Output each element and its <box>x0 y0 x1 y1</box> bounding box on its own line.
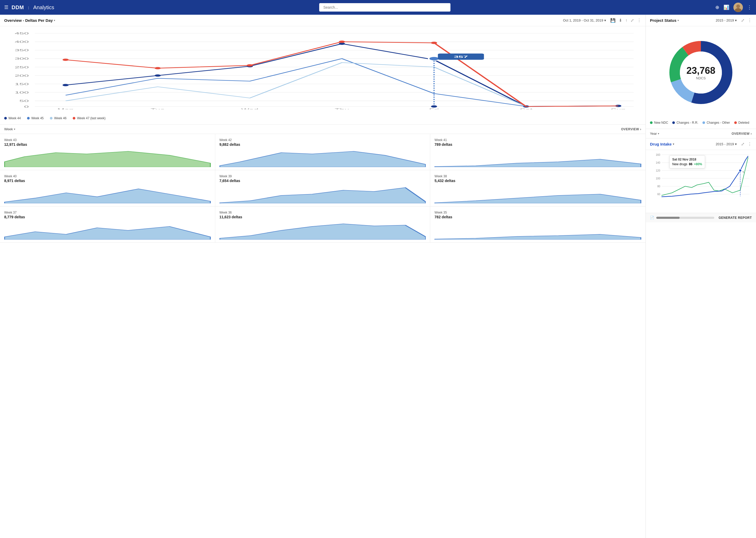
drug-intake-date[interactable]: 2015 - 2019 ▾ <box>716 142 737 146</box>
legend-changes-other: Changes - Other <box>702 121 730 125</box>
mini-chart-week37-title: Week 37 <box>4 211 211 214</box>
project-more-icon[interactable]: ⋮ <box>748 18 752 23</box>
download-icon[interactable]: ⬇ <box>619 18 622 23</box>
svg-text:Mon: Mon <box>58 108 74 109</box>
year-selector[interactable]: Year ▾ <box>650 132 659 135</box>
share-icon[interactable]: ↑ <box>625 18 627 23</box>
drug-expand-icon[interactable]: ⤢ <box>741 141 744 146</box>
legend-week46: Week 46 <box>50 116 67 120</box>
year-overview-link[interactable]: OVERVIEW › <box>732 132 752 135</box>
project-status-date[interactable]: 2015 - 2019 ▾ <box>716 19 737 22</box>
more-icon[interactable]: ⋮ <box>637 18 641 23</box>
mini-chart-week36[interactable]: Week 36 11,623 deltas <box>215 206 431 243</box>
drug-intake-dropdown-arrow: ▾ <box>673 143 674 145</box>
project-status-actions: ⤢ ⋮ <box>741 18 752 23</box>
mini-chart-week41-svg <box>435 149 641 167</box>
save-icon[interactable]: 💾 <box>610 18 616 23</box>
svg-text:400: 400 <box>15 40 29 43</box>
donut-value: 23,768 <box>686 65 715 76</box>
mini-chart-week39[interactable]: Week 39 7,654 deltas <box>215 170 431 206</box>
report-progress-bar <box>656 217 714 219</box>
mini-chart-week41[interactable]: Week 41 789 deltas <box>430 134 645 170</box>
svg-text:Tue: Tue <box>151 108 165 109</box>
svg-text:300: 300 <box>15 57 29 60</box>
mini-chart-week41-title: Week 41 <box>435 138 641 142</box>
svg-marker-50 <box>4 189 211 203</box>
svg-marker-52 <box>435 194 641 203</box>
svg-text:60: 60 <box>657 193 660 196</box>
avatar[interactable] <box>733 3 743 12</box>
overview-link[interactable]: OVERVIEW › <box>621 128 641 131</box>
svg-text:140: 140 <box>656 161 660 164</box>
mini-chart-week41-value: 789 deltas <box>435 142 641 146</box>
search-input[interactable] <box>319 3 450 12</box>
svg-text:Fri: Fri <box>429 108 439 109</box>
mini-chart-week40[interactable]: Week 40 8,971 deltas <box>0 170 215 206</box>
svg-text:100: 100 <box>656 177 660 180</box>
drug-more-icon[interactable]: ⋮ <box>748 141 752 146</box>
donut-section: 23,768 NDCS <box>646 26 756 119</box>
donut-container: 23,768 NDCS <box>650 30 752 115</box>
generate-report-button[interactable]: GENERATE REPORT <box>719 216 752 220</box>
legend-label-changes-rr: Changes - R.R. <box>677 121 698 125</box>
drug-intake-title: Drug Intake <box>650 142 672 146</box>
svg-marker-55 <box>435 234 641 240</box>
mini-chart-week35[interactable]: Week 35 782 deltas <box>430 206 645 243</box>
svg-text:350: 350 <box>15 49 29 52</box>
svg-text:120: 120 <box>656 169 660 172</box>
mini-chart-week35-title: Week 35 <box>435 211 641 214</box>
svg-point-37 <box>63 59 69 61</box>
drug-intake-header: Drug Intake ▾ 2015 - 2019 ▾ ⤢ ⋮ <box>646 138 756 150</box>
mini-chart-week43[interactable]: Week 43 12,971 deltas <box>0 134 215 170</box>
app-title: Analytics <box>33 4 54 11</box>
drug-intake-title-dropdown[interactable]: Drug Intake ▾ <box>650 142 674 146</box>
mini-charts-grid: Week 43 12,971 deltas Week 42 9,882 delt… <box>0 134 645 243</box>
year-chevron-right-icon: › <box>751 132 752 135</box>
mini-chart-week38-title: Week 38 <box>435 175 641 178</box>
svg-text:160: 160 <box>656 153 660 156</box>
overview-title: Overview - Deltas Per Day <box>4 18 53 23</box>
date-range-selector[interactable]: Oct 1, 2019 - Oct 31, 2019 ▾ <box>563 19 606 22</box>
mini-chart-week38-svg <box>435 185 641 203</box>
project-status-title-dropdown[interactable]: Project Status ▾ <box>650 18 679 23</box>
mini-chart-week39-title: Week 39 <box>219 175 426 178</box>
line-chart: 450 400 350 300 250 200 150 100 50 0 Mon… <box>4 30 641 109</box>
report-progress-fill <box>656 217 680 219</box>
svg-point-40 <box>339 41 345 43</box>
svg-text:Thu: Thu <box>335 108 349 109</box>
mini-chart-week38[interactable]: Week 38 5,432 deltas <box>430 170 645 206</box>
expand-icon[interactable]: ⤢ <box>631 18 634 23</box>
svg-text:450: 450 <box>15 31 29 35</box>
mini-chart-week43-svg <box>4 149 211 167</box>
mini-chart-week40-svg <box>4 185 211 203</box>
bar-chart-icon[interactable]: 📊 <box>724 4 729 10</box>
overview-title-dropdown[interactable]: Overview - Deltas Per Day ▾ <box>4 18 55 23</box>
report-footer: 📄 GENERATE REPORT <box>646 213 756 222</box>
more-vertical-icon[interactable]: ⋮ <box>747 4 752 10</box>
week-selector[interactable]: Week ▾ <box>4 127 15 131</box>
svg-text:100: 100 <box>15 91 29 94</box>
svg-point-31 <box>155 74 161 77</box>
drug-intake-actions: ⤢ ⋮ <box>741 141 752 146</box>
drug-chart: 160 140 120 100 80 60 ↖ <box>648 152 754 210</box>
svg-text:357: 357 <box>454 55 468 58</box>
legend-label-deleted: Deleted <box>738 121 749 125</box>
drug-chart-container: 160 140 120 100 80 60 ↖ Sat 02 Nov 2018 <box>646 150 756 213</box>
main-container: Overview - Deltas Per Day ▾ Oct 1, 2019 … <box>0 15 756 538</box>
week-dropdown-arrow: ▾ <box>14 128 15 131</box>
project-expand-icon[interactable]: ⤢ <box>741 18 744 23</box>
menu-icon[interactable]: ☰ <box>4 4 8 10</box>
legend-label-week44: Week 44 <box>8 116 21 120</box>
svg-marker-51 <box>219 188 426 203</box>
plus-icon[interactable]: ⊕ <box>715 4 719 10</box>
svg-marker-53 <box>4 227 211 240</box>
mini-chart-week37[interactable]: Week 37 8,779 deltas <box>0 206 215 243</box>
mini-chart-week42[interactable]: Week 42 9,882 deltas <box>215 134 431 170</box>
mini-chart-week39-svg <box>219 185 426 203</box>
svg-text:↖: ↖ <box>742 171 745 174</box>
svg-point-30 <box>63 84 69 86</box>
mini-chart-week37-svg <box>4 221 211 240</box>
legend-dot-week47 <box>73 117 75 120</box>
legend-label-week46: Week 46 <box>54 116 67 120</box>
svg-text:0: 0 <box>24 105 29 108</box>
